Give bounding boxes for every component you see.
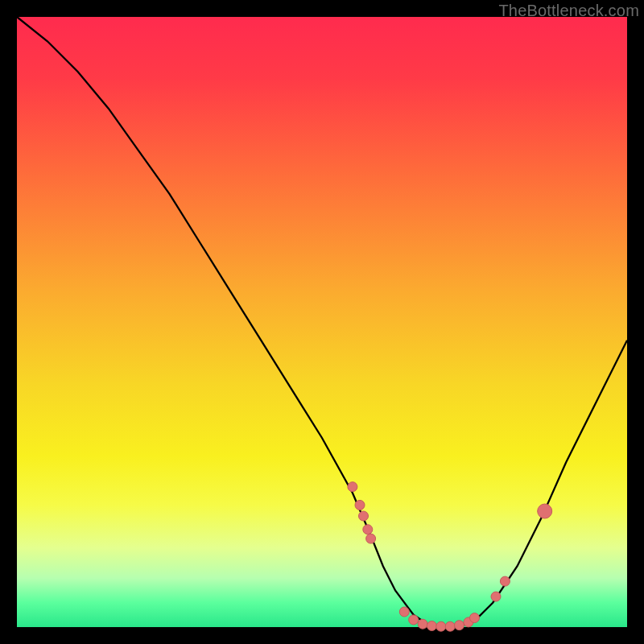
data-point [355,500,365,510]
data-point [445,621,455,631]
data-point [348,482,357,492]
data-point [359,511,369,521]
data-point [436,621,446,631]
plot-area [17,17,627,627]
bottleneck-curve [17,17,627,627]
curve-layer [17,17,627,627]
data-point [409,615,419,625]
data-point [491,592,501,601]
data-point [455,621,464,630]
data-point [399,607,409,617]
data-point [366,534,376,543]
data-point [427,621,436,631]
data-point [418,619,427,629]
data-point [538,504,552,518]
data-point [470,613,480,623]
watermark-text: TheBottleneck.com [498,2,639,20]
data-point [500,576,510,586]
data-point [363,525,373,535]
chart-frame: TheBottleneck.com [0,0,644,644]
